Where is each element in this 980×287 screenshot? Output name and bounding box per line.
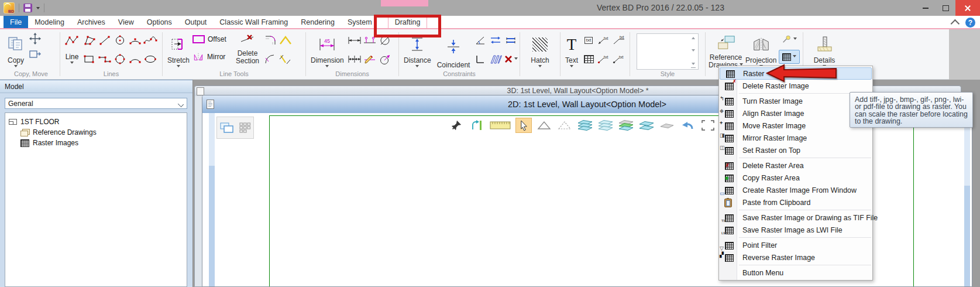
save-icon[interactable] [23,4,32,12]
move-icon[interactable] [27,32,43,45]
tile-windows-icon[interactable] [239,122,251,133]
menu-item-create-raster-image-from-window[interactable]: ▭Create Raster Image From Window [719,184,872,196]
ellipse-icon[interactable] [143,52,158,67]
angle-constraint-icon[interactable] [473,33,488,48]
layer-flat-icon[interactable] [659,118,675,133]
menu-item-reverse-raster-image[interactable]: ▞Reverse Raster Image [719,251,872,264]
equal-constraint-icon[interactable] [503,33,518,48]
close-button[interactable] [955,0,980,16]
raster-dropdown-button[interactable] [779,50,800,64]
tab-options[interactable]: Options [140,16,178,28]
menu-item-mirror-raster-image[interactable]: ◨Mirror Raster Image [719,132,872,144]
note-text-icon[interactable]: txt [611,52,627,67]
mirror-button[interactable]: Mirror [192,50,233,64]
layers-active-icon[interactable] [618,118,634,133]
diameter-dimension-icon[interactable] [377,33,393,48]
tab-archives[interactable]: Archives [71,16,112,28]
rectangle-icon[interactable] [82,52,97,67]
zoom-window-icon[interactable] [700,118,716,133]
dimension-button[interactable]: 45 Dimension [308,31,347,70]
perpendicular-constraint-icon[interactable] [473,52,488,67]
menu-item-point-filter[interactable]: ▽Point Filter [719,239,872,251]
hatch-constraint-icon[interactable] [488,52,503,67]
delete-section-button[interactable]: Delete Section [236,50,259,65]
right-scrollbar[interactable] [964,113,970,286]
offset-button[interactable]: Offset [192,32,233,46]
fillet-corner-icon[interactable] [263,52,278,67]
menu-item-save-raster-image-or-drawing-as-tif-file[interactable]: TIFSave Raster Image or Drawing as TIF F… [719,211,872,224]
shaded-view-icon[interactable] [536,118,552,133]
menu-item-set-raster-on-top[interactable]: ◫Set Raster on Top [719,144,872,156]
select-cursor-icon[interactable] [515,118,532,133]
scroll-up-icon[interactable] [692,35,695,39]
menu-item-copy-raster-area[interactable]: ■Copy Raster Area [719,172,872,184]
tab-file[interactable]: File [4,16,28,28]
text-box-icon[interactable]: txt [581,33,596,48]
menu-item-save-raster-image-as-lwi-file[interactable]: LWISave Raster Image as LWI File [719,224,872,236]
polygon-icon[interactable] [82,33,97,48]
tab-view[interactable]: View [112,16,140,28]
left-scrollbar-thumb[interactable] [209,113,215,166]
radius-dimension-icon[interactable] [377,52,393,67]
tab-drafting[interactable]: Drafting [388,16,428,28]
delete-constraint-button[interactable] [503,52,518,67]
tree-item-1st-floor[interactable]: 1ST FLOOR [5,117,187,127]
distance-button[interactable]: Distance [401,31,434,70]
move-to-window-icon[interactable] [27,49,43,59]
reference-drawings-button[interactable]: Reference Drawings [707,31,744,70]
update-reference-icon[interactable] [469,118,485,133]
zigzag-line-icon[interactable] [64,33,80,48]
tree-item-raster-images[interactable]: Raster Images [5,138,187,148]
segment-icon[interactable] [97,33,112,48]
leader-text-icon[interactable]: txt [596,52,611,67]
fillet-icon[interactable] [263,33,278,48]
menu-item-button-menu[interactable]: Button Menu [719,266,872,279]
style-listbox[interactable] [637,33,699,70]
parallel-constraint-icon[interactable] [488,33,503,48]
hatch-button[interactable]: Hatch [528,31,552,70]
left-scrollbar[interactable] [209,113,215,286]
scroll-last-icon[interactable] [691,63,696,68]
stretch-button[interactable]: Stretch [164,31,192,70]
probe-icon[interactable] [782,32,797,46]
tree-item-reference-drawings[interactable]: Reference Drawings [5,127,187,138]
arc-3pt-icon[interactable] [128,33,143,48]
edit-dimension-icon[interactable] [362,52,377,67]
coincident-button[interactable]: Coincident [434,31,473,70]
scroll-down-icon[interactable] [692,49,695,53]
circle-icon[interactable] [112,52,128,67]
copy-button[interactable]: Copy [4,31,27,70]
help-icon[interactable]: ? [965,18,975,28]
text-table-icon[interactable] [581,52,596,67]
model-filter-select[interactable]: General [5,98,187,109]
chain-dimension-icon[interactable] [347,52,362,67]
trim-icon[interactable] [240,32,255,46]
linear-dimension-icon[interactable] [347,33,362,48]
leader-text-icon[interactable]: txt [596,33,611,48]
layers-two-icon[interactable] [638,118,655,133]
minimize-button[interactable] [916,0,936,16]
text-button[interactable]: T Text [562,31,581,70]
arc-icon[interactable] [128,52,143,67]
quick-access-dropdown-icon[interactable] [36,7,40,11]
pin-icon[interactable] [448,118,465,133]
undo-icon[interactable] [679,118,696,133]
wireframe-view-icon[interactable] [556,118,573,133]
ordinate-dimension-icon[interactable] [362,33,377,48]
tab-rendering[interactable]: Rendering [294,16,341,28]
menu-item-paste-from-clipboard[interactable]: Paste from Clipboard [719,196,872,209]
line-button-label[interactable]: Line [62,52,82,67]
menu-item-delete-raster-area[interactable]: ✗Delete Raster Area [719,159,872,172]
measure-ruler-icon[interactable] [489,118,511,133]
tab-system[interactable]: System [341,16,379,28]
maximize-button[interactable] [936,0,955,16]
note-text-icon[interactable]: txt [611,33,627,48]
cascade-windows-icon[interactable] [219,121,235,134]
tab-output[interactable]: Output [178,16,214,28]
chamfer-corner-icon[interactable] [278,52,293,67]
layers-visible-icon[interactable] [597,118,614,133]
spline-icon[interactable] [143,33,158,48]
layers-all-icon[interactable] [577,118,593,133]
chamfer-icon[interactable] [278,33,293,48]
circle-center-icon[interactable] [112,33,128,48]
